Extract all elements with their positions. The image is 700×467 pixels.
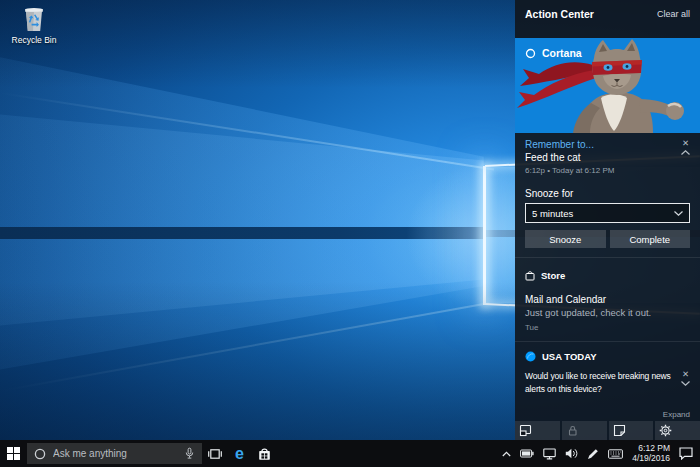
reminder-collapse-icon[interactable]	[681, 150, 690, 155]
taskbar: Ask me anything e	[0, 440, 700, 467]
search-input[interactable]: Ask me anything	[53, 448, 177, 459]
reminder-close-icon[interactable]: ✕	[682, 139, 689, 147]
store-notification-time: Tue	[525, 323, 690, 332]
recycle-bin-label: Recycle Bin	[8, 35, 60, 45]
expand-row: Expand	[515, 397, 700, 421]
usa-today-close-icon[interactable]: ✕	[682, 370, 689, 378]
cortana-search-icon	[34, 448, 46, 460]
snooze-duration-select[interactable]: 5 minutes	[525, 203, 690, 223]
usa-today-app-name: USA TODAY	[542, 351, 597, 362]
pen-icon	[587, 448, 599, 460]
snooze-for-label: Snooze for	[525, 188, 690, 199]
select-chevron-down-icon	[674, 211, 683, 216]
action-center-header: Action Center Clear all	[515, 0, 700, 28]
clear-all-button[interactable]: Clear all	[657, 9, 690, 19]
edge-icon: e	[235, 446, 244, 462]
reminder-notification: Remember to... Feed the cat 6:12p • Toda…	[515, 133, 700, 257]
network-display-icon	[543, 448, 556, 460]
cortana-app-name: Cortana	[542, 47, 582, 59]
start-button[interactable]	[0, 440, 27, 467]
usa-today-icon	[525, 351, 536, 362]
tray-overflow-chevron[interactable]	[502, 451, 511, 457]
usa-today-expand-icon[interactable]	[681, 381, 690, 386]
taskbar-clock[interactable]: 6:12 PM 4/19/2016	[632, 444, 670, 463]
edge-taskbar-button[interactable]: e	[227, 440, 252, 467]
store-app-name: Store	[541, 270, 565, 281]
snooze-button[interactable]: Snooze	[525, 230, 606, 248]
recycle-bin-shortcut[interactable]: Recycle Bin	[8, 5, 60, 45]
reminder-body: Feed the cat	[525, 152, 677, 163]
clock-date: 4/19/2016	[632, 454, 670, 464]
tray-network[interactable]	[543, 448, 556, 460]
action-center-tray-button[interactable]	[679, 447, 693, 460]
store-notification-body: Just got updated, check it out.	[525, 307, 690, 318]
cortana-notification[interactable]: Cortana	[515, 38, 700, 133]
search-box[interactable]: Ask me anything	[27, 443, 202, 464]
tablet-mode-icon	[519, 424, 532, 437]
store-notification[interactable]: Store Mail and Calendar Just got updated…	[515, 257, 700, 341]
store-taskbar-button[interactable]	[252, 440, 277, 467]
microphone-icon[interactable]	[184, 447, 195, 460]
tray-volume[interactable]	[565, 448, 578, 459]
windows-logo-icon	[7, 447, 20, 460]
keyboard-icon	[608, 449, 623, 459]
all-settings-gear-icon	[659, 424, 672, 437]
cortana-icon	[525, 48, 536, 59]
expand-link[interactable]: Expand	[663, 410, 690, 419]
tray-touch-keyboard[interactable]	[608, 449, 623, 459]
recycle-bin-icon	[21, 5, 47, 33]
reminder-timestamp: 6:12p • Today at 6:12 PM	[525, 166, 677, 175]
system-tray: 6:12 PM 4/19/2016	[502, 444, 700, 463]
tray-windows-ink[interactable]	[587, 448, 599, 460]
store-notification-title: Mail and Calendar	[525, 294, 690, 305]
action-center-title: Action Center	[525, 8, 594, 20]
task-view-button[interactable]	[202, 440, 227, 467]
rotation-lock-icon	[566, 424, 579, 437]
tray-battery[interactable]	[520, 449, 534, 458]
store-bag-icon	[258, 447, 271, 461]
chevron-up-icon	[502, 451, 511, 457]
note-icon	[613, 424, 626, 437]
battery-icon	[520, 449, 534, 458]
store-icon	[525, 270, 535, 281]
volume-icon	[565, 448, 578, 459]
snooze-duration-value: 5 minutes	[532, 208, 573, 219]
action-center-panel: Action Center Clear all	[515, 0, 700, 440]
usa-today-notification: USA TODAY Would you like to receive brea…	[515, 341, 700, 397]
reminder-title: Remember to...	[525, 139, 677, 150]
task-view-icon	[208, 448, 222, 460]
desktop: Recycle Bin Action Center Clear all	[0, 0, 700, 467]
usa-today-body: Would you like to receive breaking news …	[525, 370, 675, 395]
cortana-app-row: Cortana	[525, 47, 582, 59]
action-center-icon	[679, 447, 693, 460]
complete-button[interactable]: Complete	[610, 230, 691, 248]
